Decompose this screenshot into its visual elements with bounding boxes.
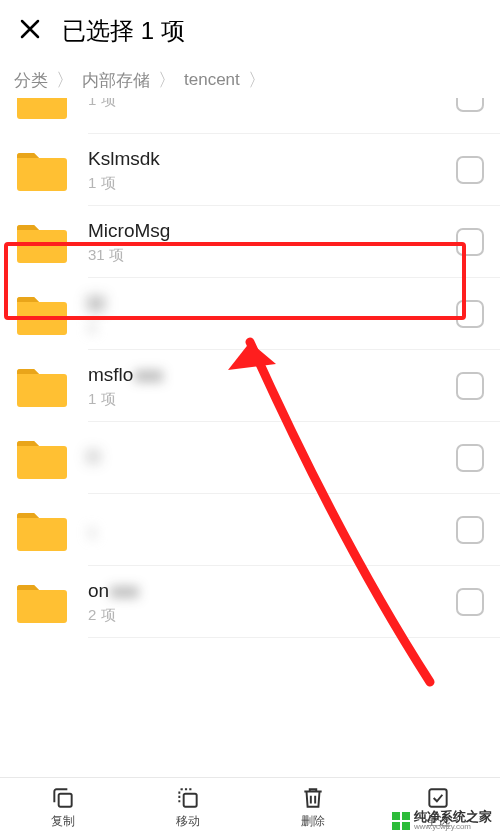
list-item-body: n (88, 445, 438, 471)
close-icon[interactable] (18, 17, 42, 46)
copy-button[interactable]: 复制 (0, 778, 125, 837)
delete-label: 删除 (301, 813, 325, 830)
folder-subtitle: 1 项 (88, 98, 438, 110)
svg-rect-3 (429, 789, 446, 806)
breadcrumb: 分类 〉 内部存储 〉 tencent 〉 (0, 62, 500, 98)
checkbox[interactable] (456, 228, 484, 256)
folder-subtitle: 5 (88, 524, 438, 541)
select-all-icon (425, 785, 451, 811)
folder-icon (14, 362, 70, 410)
trash-icon (300, 785, 326, 811)
folder-icon (14, 98, 70, 122)
move-icon (175, 785, 201, 811)
checkbox[interactable] (456, 300, 484, 328)
folder-subtitle: 31 项 (88, 246, 438, 265)
list-item[interactable]: M6 (0, 278, 500, 350)
list-item-body: 1 项 (88, 98, 438, 110)
list-item[interactable]: n (0, 422, 500, 494)
copy-icon (50, 785, 76, 811)
list-item[interactable]: 1 项 (0, 98, 500, 134)
folder-icon (14, 434, 70, 482)
list-item-body: onxxx2 项 (88, 580, 438, 625)
folder-name: onxxx (88, 580, 438, 602)
checkbox[interactable] (456, 372, 484, 400)
list-item-body: msfloxxx1 项 (88, 364, 438, 409)
folder-icon (14, 578, 70, 626)
breadcrumb-item[interactable]: 分类 (14, 69, 48, 92)
folder-subtitle: 6 (88, 319, 438, 336)
checkbox[interactable] (456, 588, 484, 616)
list-item-body: Kslmsdk1 项 (88, 148, 438, 193)
folder-name: n (88, 445, 438, 467)
list-item[interactable]: Kslmsdk1 项 (0, 134, 500, 206)
page-title: 已选择 1 项 (62, 15, 185, 47)
folder-icon (14, 146, 70, 194)
copy-label: 复制 (51, 813, 75, 830)
folder-subtitle: 1 项 (88, 174, 438, 193)
watermark-url: www.ycwjzy.com (414, 823, 492, 831)
folder-icon (14, 218, 70, 266)
svg-rect-2 (183, 794, 196, 807)
checkbox[interactable] (456, 156, 484, 184)
svg-rect-1 (58, 794, 71, 807)
folder-name: M (88, 293, 438, 315)
move-label: 移动 (176, 813, 200, 830)
breadcrumb-item[interactable]: tencent (184, 70, 240, 90)
folder-subtitle: 2 项 (88, 606, 438, 625)
folder-name: msfloxxx (88, 364, 438, 386)
list-item[interactable]: onxxx2 项 (0, 566, 500, 638)
folder-name: MicroMsg (88, 220, 438, 242)
list-item[interactable]: msfloxxx1 项 (0, 350, 500, 422)
checkbox[interactable] (456, 444, 484, 472)
chevron-right-icon: 〉 (158, 71, 176, 89)
folder-name: Kslmsdk (88, 148, 438, 170)
folder-icon (14, 506, 70, 554)
folder-icon (14, 290, 70, 338)
checkbox[interactable] (456, 98, 484, 112)
watermark: 纯净系统之家 www.ycwjzy.com (392, 810, 492, 831)
breadcrumb-item[interactable]: 内部存储 (82, 69, 150, 92)
checkbox[interactable] (456, 516, 484, 544)
watermark-logo-icon (392, 812, 410, 830)
list-item-body: MicroMsg31 项 (88, 220, 438, 265)
file-list: 1 项 Kslmsdk1 项 MicroMsg31 项 M6 msfloxxx1… (0, 98, 500, 777)
list-item-body: 5 (88, 520, 438, 541)
move-button[interactable]: 移动 (125, 778, 250, 837)
chevron-right-icon: 〉 (56, 71, 74, 89)
list-item-body: M6 (88, 293, 438, 336)
header: 已选择 1 项 (0, 0, 500, 62)
chevron-right-icon: 〉 (248, 71, 266, 89)
folder-subtitle: 1 项 (88, 390, 438, 409)
list-item[interactable]: 5 (0, 494, 500, 566)
list-item[interactable]: MicroMsg31 项 (0, 206, 500, 278)
delete-button[interactable]: 删除 (250, 778, 375, 837)
